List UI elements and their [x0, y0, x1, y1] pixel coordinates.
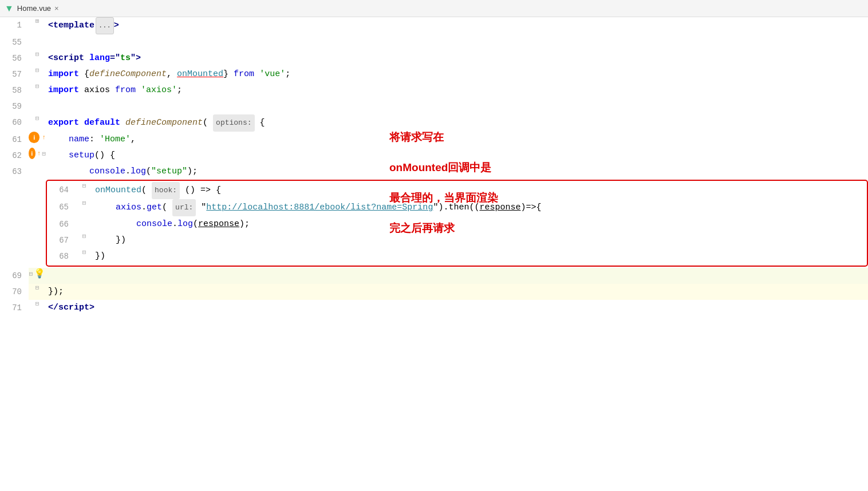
- line-number-67: 67: [47, 232, 76, 248]
- line-number-56: 56: [0, 50, 29, 66]
- line-content-70: });: [46, 284, 868, 300]
- line-content-63: console.log("setup");: [46, 164, 868, 180]
- line-58: 58 ⊟ import axios from 'axios';: [0, 82, 868, 98]
- line-64: 64 ⊟ onMounted( hook: () => {: [47, 182, 867, 199]
- line-number-64: 64: [47, 182, 76, 198]
- line-60: 60 ⊟ export default defineComponent( opt…: [0, 114, 868, 132]
- gutter-1[interactable]: ⊞: [29, 17, 46, 25]
- fold-icon-70[interactable]: ⊟: [35, 284, 40, 291]
- gutter-70[interactable]: ⊟: [29, 284, 46, 291]
- line-number-70: 70: [0, 284, 29, 300]
- line-content-55: [46, 34, 868, 50]
- code-editor: 1 ⊞ <template...> 55 56 ⊟ <script lang="…: [0, 17, 868, 316]
- gutter-56[interactable]: ⊟: [29, 50, 46, 58]
- fold-icon-68[interactable]: ⊟: [82, 248, 86, 256]
- line-70: 70 ⊟ });: [0, 284, 868, 300]
- line-number-57: 57: [0, 66, 29, 82]
- line-content-62: setup() {: [46, 148, 868, 164]
- line-content-71: </script>: [46, 300, 868, 316]
- line-content-61: name: 'Home',: [46, 132, 868, 148]
- line-number-65: 65: [47, 199, 76, 215]
- gutter-60[interactable]: ⊟: [29, 114, 46, 122]
- vue-icon: ▼: [5, 3, 14, 14]
- line-number-63: 63: [0, 164, 29, 180]
- gutter-68[interactable]: ⊟: [76, 248, 93, 256]
- fold-icon-58[interactable]: ⊟: [35, 82, 40, 90]
- line-57: 57 ⊟ import {defineComponent, onMounted}…: [0, 66, 868, 82]
- line-62: 62 i↑ ⊟ setup() {: [0, 148, 868, 164]
- arrow-up-62: ↑: [37, 150, 41, 157]
- line-59: 59: [0, 98, 868, 114]
- line-content-66: console.log(response);: [93, 216, 867, 232]
- line-number-55: 55: [0, 34, 29, 50]
- tab-filename[interactable]: Home.vue: [17, 4, 51, 13]
- line-65: 65 ⊟ axios.get( url: "http://localhost:8…: [47, 199, 867, 216]
- gutter-61: i↑: [29, 132, 46, 143]
- gutter-62: i↑ ⊟: [29, 148, 46, 159]
- fold-icon-64[interactable]: ⊟: [82, 182, 86, 189]
- line-content-69: [46, 268, 868, 284]
- fold-icon-71[interactable]: ⊟: [35, 300, 40, 307]
- line-67: 67 ⊟ }): [47, 232, 867, 248]
- line-number-68: 68: [47, 248, 76, 264]
- line-content-65: axios.get( url: "http://localhost:8881/e…: [93, 199, 867, 216]
- highlight-box: 64 ⊟ onMounted( hook: () => { 65 ⊟ axios…: [46, 180, 868, 267]
- line-number-60: 60: [0, 114, 29, 130]
- line-content-58: import axios from 'axios';: [46, 82, 868, 98]
- line-69: 69 ⊟ 💡: [0, 268, 868, 284]
- line-content-57: import {defineComponent, onMounted} from…: [46, 66, 868, 82]
- line-61: 61 i↑ name: 'Home',: [0, 132, 868, 148]
- line-number-71: 71: [0, 300, 29, 316]
- tab-bar: ▼ Home.vue ×: [0, 0, 868, 17]
- line-content-64: onMounted( hook: () => {: [93, 182, 867, 199]
- fold-icon-57[interactable]: ⊟: [35, 66, 40, 74]
- gutter-57[interactable]: ⊟: [29, 66, 46, 74]
- fold-icon-69[interactable]: ⊟: [29, 270, 33, 278]
- tab-close-button[interactable]: ×: [54, 4, 59, 13]
- fold-icon-1[interactable]: ⊞: [35, 17, 40, 25]
- gutter-65[interactable]: ⊟: [76, 199, 93, 207]
- line-68: 68 ⊟ }): [47, 248, 867, 264]
- arrow-up-61: ↑: [42, 134, 46, 141]
- line-number-62: 62: [0, 148, 29, 164]
- line-content-1: <template...>: [46, 17, 868, 34]
- line-content-67: }): [93, 232, 867, 248]
- line-content-68: }): [93, 248, 867, 264]
- line-number-58: 58: [0, 82, 29, 98]
- fold-icon-56[interactable]: ⊟: [35, 50, 40, 58]
- fold-icon-67[interactable]: ⊟: [82, 232, 86, 240]
- line-55: 55: [0, 34, 868, 50]
- gutter-58[interactable]: ⊟: [29, 82, 46, 90]
- gutter-67[interactable]: ⊟: [76, 232, 93, 240]
- line-56: 56 ⊟ <script lang="ts">: [0, 50, 868, 66]
- gutter-69[interactable]: ⊟ 💡: [29, 268, 46, 279]
- line-number-1: 1: [0, 17, 29, 33]
- line-number-61: 61: [0, 132, 29, 148]
- line-63: 63 console.log("setup");: [0, 164, 868, 180]
- line-number-69: 69: [0, 268, 29, 284]
- line-number-66: 66: [47, 216, 76, 232]
- fold-icon-62[interactable]: ⊟: [42, 150, 46, 157]
- line-content-56: <script lang="ts">: [46, 50, 868, 66]
- line-1: 1 ⊞ <template...>: [0, 17, 868, 34]
- badge-i-62: i: [29, 148, 35, 159]
- fold-icon-60[interactable]: ⊟: [35, 114, 40, 122]
- line-71: 71 ⊟ </script>: [0, 300, 868, 316]
- gutter-64[interactable]: ⊟: [76, 182, 93, 189]
- line-content-59: [46, 98, 868, 114]
- badge-i-61: i: [29, 132, 40, 143]
- line-number-59: 59: [0, 98, 29, 114]
- bulb-icon-69[interactable]: 💡: [34, 268, 45, 279]
- fold-icon-65[interactable]: ⊟: [82, 199, 86, 207]
- line-66: 66 console.log(response);: [47, 216, 867, 232]
- gutter-71[interactable]: ⊟: [29, 300, 46, 307]
